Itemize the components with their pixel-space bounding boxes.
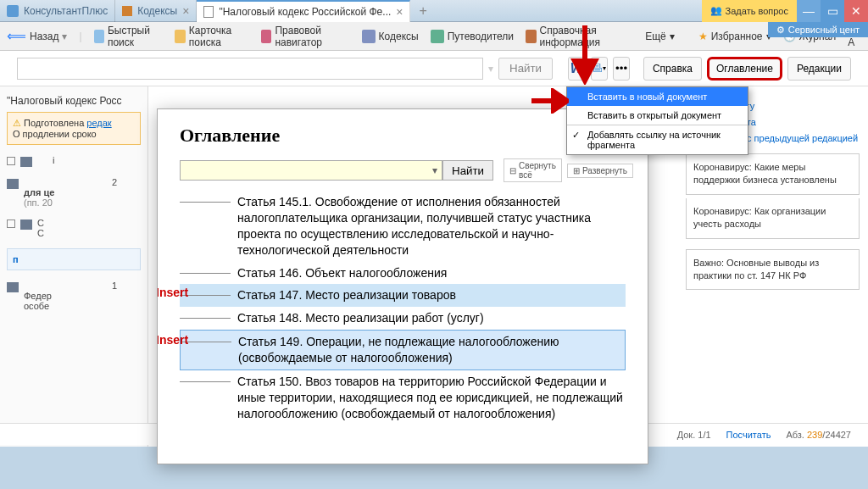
- toc-item-text: Статья 146. Объект налогообложения: [237, 265, 626, 281]
- collapse-all-button[interactable]: ⊟Свернуть всё: [504, 158, 562, 182]
- text: С: [37, 218, 44, 228]
- toc-item-text: Статья 145.1. Освобождение от исполнения…: [237, 194, 626, 258]
- expand-all-button[interactable]: ⊞Развернуть: [567, 164, 633, 178]
- dropdown-item-open-doc[interactable]: Вставить в открытый документ: [567, 106, 748, 125]
- info-box-important[interactable]: Важно: Основные выводы из практики по ст…: [686, 249, 860, 291]
- back-button[interactable]: ⟸Назад ▾: [7, 28, 67, 44]
- document-toolbar: ▾ Найти W 🖶▾ ••• Справка Оглавление Реда…: [0, 51, 868, 86]
- list-item[interactable]: 2 для це (пп. 20: [7, 177, 141, 208]
- annotation-insert: Insert: [157, 286, 188, 299]
- text: (пп. 20: [24, 197, 53, 208]
- calculate-link[interactable]: Посчитать: [726, 430, 771, 440]
- tab-label: КонсультантПлюс: [24, 5, 108, 17]
- text: С: [37, 228, 44, 238]
- people-icon: 👥: [710, 5, 722, 16]
- star-icon: ★: [698, 31, 708, 42]
- svg-marker-3: [554, 92, 567, 110]
- doc-counter: Док. 1/1: [677, 430, 711, 440]
- maximize-button[interactable]: ▭: [821, 0, 844, 22]
- toc-item[interactable]: Статья 148. Место реализации работ (услу…: [180, 307, 626, 330]
- minimize-button[interactable]: —: [797, 0, 821, 22]
- tab-codex[interactable]: Кодексы ×: [115, 0, 197, 22]
- label: Путеводители: [448, 31, 514, 42]
- ask-label: Задать вопрос: [726, 6, 788, 16]
- tab-label: Кодексы: [137, 5, 177, 17]
- flag-icon: [7, 282, 19, 292]
- info-box[interactable]: Коронавирус: Какие меры поддержки бизнес…: [686, 153, 860, 195]
- toc-list: Статья 145.1. Освобождение от исполнения…: [180, 191, 626, 425]
- quick-search-button[interactable]: Быстрый поиск: [94, 25, 164, 48]
- square-icon: [7, 219, 15, 228]
- label: Ещё: [645, 31, 666, 42]
- toc-item-selected[interactable]: Статья 149. Операции, не подлежащие нало…: [180, 330, 626, 370]
- chevron-down-icon[interactable]: ▾: [432, 164, 437, 176]
- tab-label: "Налоговый кодекс Российской Фе...: [219, 6, 391, 18]
- minus-icon: ⊟: [509, 166, 516, 175]
- logo-icon: [7, 5, 19, 17]
- list-item[interactable]: СС: [7, 218, 141, 238]
- document-search-input[interactable]: [17, 58, 483, 80]
- text: п: [13, 254, 19, 264]
- toc-item-text: Статья 149. Операции, не подлежащие нало…: [238, 334, 625, 366]
- toc-item-highlighted[interactable]: Статья 147. Место реализации товаров: [180, 284, 626, 307]
- text: для це: [24, 187, 54, 197]
- annotation-arrow-right: [531, 88, 569, 114]
- text: особе: [24, 301, 49, 311]
- service-center-button[interactable]: ⚙ Сервисный цент: [768, 22, 868, 37]
- svg-marker-1: [575, 61, 595, 81]
- tab-document[interactable]: "Налоговый кодекс Российской Фе... ×: [197, 0, 410, 22]
- toc-item[interactable]: Статья 145.1. Освобождение от исполнения…: [180, 191, 626, 262]
- toc-search-input[interactable]: [180, 160, 442, 181]
- gear-icon: ⚙: [776, 25, 785, 36]
- toc-item-text: Статья 147. Место реализации товаров: [237, 287, 626, 303]
- favorites-button[interactable]: ★Избранное ▾: [698, 31, 771, 42]
- guide-icon: [431, 30, 444, 43]
- card-icon: [175, 30, 185, 43]
- help-button[interactable]: Справка: [643, 57, 702, 81]
- left-panel: "Налоговый кодекс Росс ⚠ Подготовлена ре…: [0, 86, 148, 465]
- more-actions-button[interactable]: •••: [613, 57, 630, 81]
- search-card-button[interactable]: Карточка поиска: [175, 25, 249, 48]
- label: Кодексы: [379, 31, 419, 42]
- text: О продлении сроко: [13, 129, 97, 139]
- label: Карточка поиска: [189, 25, 249, 48]
- chevron-down-icon: ▾: [670, 31, 675, 42]
- compass-icon: [261, 30, 271, 43]
- toc-popup: Оглавление ▾ Найти ⊟Свернуть всё ⊞Развер…: [157, 108, 648, 464]
- toc-item[interactable]: Статья 150. Ввоз товаров на территорию Р…: [180, 370, 626, 425]
- codex-button[interactable]: Кодексы: [362, 30, 419, 43]
- text: 2: [24, 177, 117, 187]
- list-item[interactable]: i: [7, 155, 141, 167]
- toc-find-button[interactable]: Найти: [442, 160, 493, 181]
- list-item-selected[interactable]: п: [7, 248, 141, 270]
- close-window-button[interactable]: ✕: [844, 0, 868, 22]
- flag-icon: [20, 157, 32, 167]
- annotation-insert: Insert: [157, 333, 188, 347]
- warning-banner: ⚠ Подготовлена редак О продлении сроко: [7, 112, 141, 145]
- chevron-down-icon: ▾: [62, 31, 67, 42]
- find-button[interactable]: Найти: [498, 58, 553, 80]
- toc-item[interactable]: Статья 146. Объект налогообложения: [180, 262, 626, 285]
- ref-icon: [526, 30, 536, 43]
- info-box[interactable]: Коронавирус: Как организации учесть расх…: [686, 198, 860, 239]
- new-tab-button[interactable]: +: [410, 3, 435, 19]
- paragraph-counter: Абз. 239/24427: [786, 430, 851, 440]
- legal-navigator-button[interactable]: Правовой навигатор: [261, 25, 350, 48]
- current: 239: [807, 430, 822, 440]
- dropdown-item-new-doc[interactable]: Вставить в новый документ: [567, 87, 748, 106]
- list-item[interactable]: 1 Федер особе: [7, 281, 141, 311]
- editions-button[interactable]: Редакции: [787, 57, 851, 81]
- more-button[interactable]: Ещё ▾: [645, 31, 675, 42]
- warning-link[interactable]: редак: [86, 118, 111, 128]
- flag-icon: [20, 219, 32, 230]
- close-icon[interactable]: ×: [182, 4, 189, 18]
- close-icon[interactable]: ×: [396, 5, 403, 19]
- ask-question-button[interactable]: 👥 Задать вопрос: [702, 0, 797, 22]
- dropdown-item-add-link[interactable]: Добавлять ссылку на источник фрагмента: [567, 125, 748, 154]
- tab-home[interactable]: КонсультантПлюс: [0, 0, 115, 22]
- toc-button[interactable]: Оглавление: [707, 57, 782, 81]
- label: Свернуть всё: [519, 161, 556, 180]
- service-label: Сервисный цент: [788, 25, 860, 35]
- guides-button[interactable]: Путеводители: [431, 30, 514, 43]
- label: Абз.: [786, 430, 807, 440]
